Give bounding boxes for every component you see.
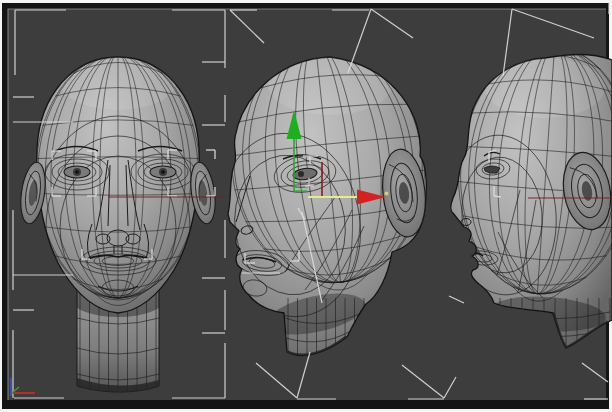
screenshot-frame: 3D modeling viewport showing three polyg… xyxy=(0,0,612,412)
front-left-eye xyxy=(64,166,90,178)
viewport-canvas[interactable]: 3D modeling viewport showing three polyg… xyxy=(0,0,612,412)
profile-eye xyxy=(484,166,500,173)
front-right-eye xyxy=(150,166,176,178)
